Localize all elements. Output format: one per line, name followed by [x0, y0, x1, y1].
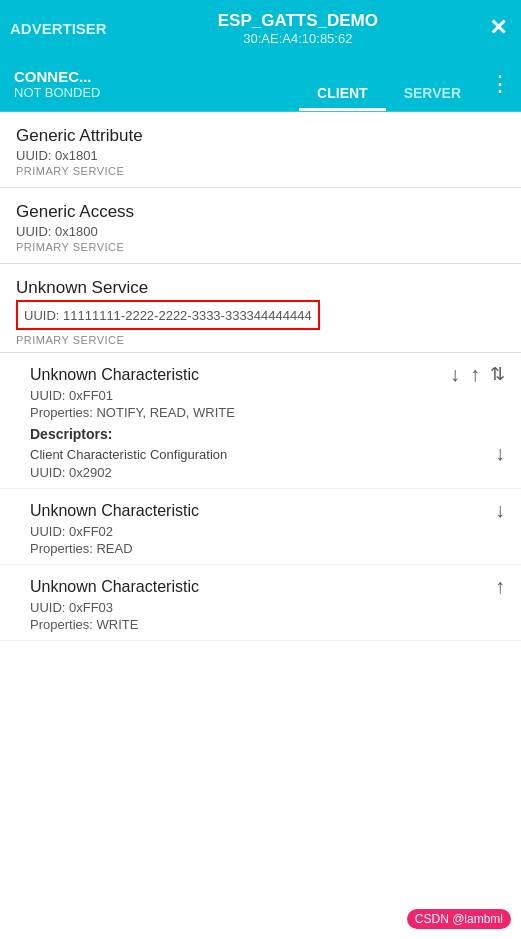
service-name: Generic Attribute [16, 126, 505, 146]
char-properties: Properties: WRITE [30, 617, 505, 632]
service-uuid: UUID: 0x1800 [16, 224, 505, 239]
tab-client[interactable]: CLIENT [299, 85, 386, 111]
connection-label: CONNEC... [14, 68, 299, 85]
characteristic-ff02: Unknown Characteristic ↓ UUID: 0xFF02 Pr… [0, 489, 521, 565]
char-header: Unknown Characteristic ↑ [30, 575, 505, 598]
connection-info: CONNEC... NOT BONDED [0, 56, 299, 111]
service-uuid-text: UUID: 11111111-2222-2222-3333-3333444444… [24, 308, 312, 323]
service-uuid: UUID: 0x1801 [16, 148, 505, 163]
download-icon[interactable]: ↓ [450, 363, 460, 386]
descriptors-label: Descriptors: [30, 426, 505, 442]
service-type: PRIMARY SERVICE [16, 334, 505, 346]
descriptor-row: Client Characteristic Configuration ↓ [30, 442, 505, 465]
service-generic-access: Generic Access UUID: 0x1800 PRIMARY SERV… [0, 188, 521, 264]
char-uuid: UUID: 0xFF02 [30, 524, 505, 539]
top-bar: ADVERTISER ESP_GATTS_DEMO 30:AE:A4:10:85… [0, 0, 521, 56]
uuid-highlight: UUID: 11111111-2222-2222-3333-3333444444… [16, 300, 320, 330]
descriptor-name: Client Characteristic Configuration [30, 447, 227, 462]
bond-label: NOT BONDED [14, 85, 299, 100]
char-name: Unknown Characteristic [30, 502, 495, 520]
char-action-icons: ↓ ↑ ⇅ [450, 363, 505, 386]
device-info: ESP_GATTS_DEMO 30:AE:A4:10:85:62 [218, 11, 378, 46]
second-bar: CONNEC... NOT BONDED CLIENT SERVER ⋮ [0, 56, 521, 112]
characteristic-ff03: Unknown Characteristic ↑ UUID: 0xFF03 Pr… [0, 565, 521, 641]
more-menu-button[interactable]: ⋮ [479, 56, 521, 111]
char-name: Unknown Characteristic [30, 578, 495, 596]
char-action-icons: ↑ [495, 575, 505, 598]
content-area: Generic Attribute UUID: 0x1801 PRIMARY S… [0, 112, 521, 939]
char-header: Unknown Characteristic ↓ ↑ ⇅ [30, 363, 505, 386]
advertiser-label: ADVERTISER [0, 20, 107, 37]
char-uuid: UUID: 0xFF01 [30, 388, 505, 403]
tab-server[interactable]: SERVER [386, 85, 479, 111]
service-generic-attribute: Generic Attribute UUID: 0x1801 PRIMARY S… [0, 112, 521, 188]
descriptor-download-icon[interactable]: ↓ [495, 442, 505, 465]
csdn-watermark: CSDN @lambml [407, 909, 511, 929]
service-type: PRIMARY SERVICE [16, 241, 505, 253]
notify-icon[interactable]: ⇅ [490, 363, 505, 386]
char-name: Unknown Characteristic [30, 366, 450, 384]
left-nav-label: ADVERTISER [10, 20, 107, 37]
char-action-icons: ↓ [495, 499, 505, 522]
descriptor-uuid: UUID: 0x2902 [30, 465, 505, 480]
close-button[interactable]: ✕ [489, 15, 521, 41]
service-name: Unknown Service [16, 278, 505, 298]
download-icon[interactable]: ↓ [495, 499, 505, 522]
service-unknown: Unknown Service UUID: 11111111-2222-2222… [0, 264, 521, 353]
service-name: Generic Access [16, 202, 505, 222]
char-properties: Properties: NOTIFY, READ, WRITE [30, 405, 505, 420]
upload-icon[interactable]: ↑ [470, 363, 480, 386]
upload-icon[interactable]: ↑ [495, 575, 505, 598]
char-header: Unknown Characteristic ↓ [30, 499, 505, 522]
characteristic-ff01: Unknown Characteristic ↓ ↑ ⇅ UUID: 0xFF0… [0, 353, 521, 489]
char-uuid: UUID: 0xFF03 [30, 600, 505, 615]
device-mac: 30:AE:A4:10:85:62 [243, 31, 352, 46]
tab-bar: CLIENT SERVER [299, 56, 479, 111]
char-properties: Properties: READ [30, 541, 505, 556]
service-type: PRIMARY SERVICE [16, 165, 505, 177]
device-name: ESP_GATTS_DEMO [218, 11, 378, 31]
